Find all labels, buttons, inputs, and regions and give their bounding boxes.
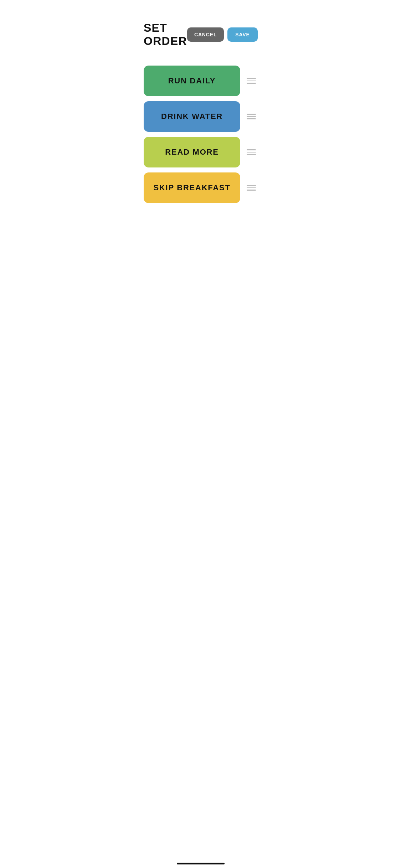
page-title: SET ORDER xyxy=(144,21,187,48)
cancel-button[interactable]: CANCEL xyxy=(187,27,224,42)
page-header: SET ORDER CANCEL SAVE xyxy=(134,0,267,55)
drag-handle-icon[interactable] xyxy=(245,148,257,156)
habit-button-skip-breakfast[interactable]: SKIP BREAKFAST xyxy=(144,172,240,203)
habit-button-run-daily[interactable]: RUN DAILY xyxy=(144,66,240,96)
header-actions: CANCEL SAVE xyxy=(187,27,258,42)
drag-handle-icon[interactable] xyxy=(245,112,257,121)
list-item: READ MORE xyxy=(144,137,257,167)
drag-handle-icon[interactable] xyxy=(245,184,257,192)
habits-list: RUN DAILYDRINK WATERREAD MORESKIP BREAKF… xyxy=(134,55,267,203)
list-item: SKIP BREAKFAST xyxy=(144,172,257,203)
habit-button-drink-water[interactable]: DRINK WATER xyxy=(144,101,240,132)
drag-handle-icon[interactable] xyxy=(245,77,257,85)
list-item: RUN DAILY xyxy=(144,66,257,96)
save-button[interactable]: SAVE xyxy=(227,27,257,42)
habit-button-read-more[interactable]: READ MORE xyxy=(144,137,240,167)
list-item: DRINK WATER xyxy=(144,101,257,132)
